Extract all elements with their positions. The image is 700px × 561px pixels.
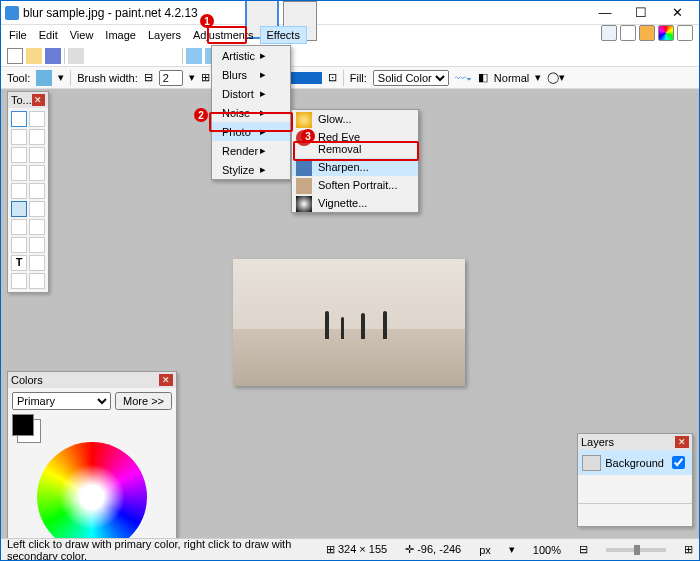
tool-ellipse-select[interactable] <box>29 129 45 145</box>
menu-view[interactable]: View <box>64 27 100 43</box>
deselect-icon[interactable] <box>163 48 179 64</box>
brush-width-input[interactable] <box>159 70 183 86</box>
annotation-num-3: 3 <box>301 129 315 143</box>
paste-icon[interactable] <box>125 48 141 64</box>
zoom-slider[interactable] <box>606 548 666 552</box>
effects-item-blurs[interactable]: Blurs▸ <box>212 65 290 84</box>
layer-props-icon[interactable] <box>676 507 689 523</box>
layer-up-icon[interactable] <box>644 507 657 523</box>
tool-text[interactable]: T <box>11 255 27 271</box>
layer-dup-icon[interactable] <box>613 507 626 523</box>
layer-visible-checkbox[interactable] <box>672 456 685 469</box>
effects-item-render[interactable]: Render▸ <box>212 141 290 160</box>
tool-selector[interactable] <box>36 70 52 86</box>
brush-dec[interactable]: ⊟ <box>144 71 153 84</box>
tool-options-bar: Tool: ▾ Brush width: ⊟ ▾ ⊞ Hardn ⊡ Fill:… <box>1 67 699 89</box>
tool-paintbucket[interactable] <box>29 183 45 199</box>
crop-icon[interactable] <box>144 48 160 64</box>
photo-item-vignette[interactable]: Vignette... <box>292 194 418 212</box>
tool-rect-select[interactable] <box>11 111 27 127</box>
layer-down-icon[interactable] <box>660 507 673 523</box>
colors-primary-select[interactable]: Primary <box>12 392 111 410</box>
soften-icon <box>296 178 312 194</box>
tool-eraser[interactable] <box>29 201 45 217</box>
tool-clone[interactable] <box>11 237 27 253</box>
effects-item-distort[interactable]: Distort▸ <box>212 84 290 103</box>
zoom-in-icon[interactable]: ⊞ <box>684 543 693 556</box>
cut-icon[interactable] <box>87 48 103 64</box>
close-button[interactable]: ✕ <box>659 2 695 24</box>
save-icon[interactable] <box>45 48 61 64</box>
zoom-out-icon[interactable]: ⊟ <box>579 543 588 556</box>
tool-wand[interactable] <box>11 183 27 199</box>
effects-item-stylize[interactable]: Stylize▸ <box>212 160 290 179</box>
menu-edit[interactable]: Edit <box>33 27 64 43</box>
menu-image[interactable]: Image <box>99 27 142 43</box>
layer-thumb <box>582 455 601 471</box>
tool-zoom[interactable] <box>11 147 27 163</box>
tool-paintbrush[interactable] <box>11 201 27 217</box>
layer-delete-icon[interactable] <box>597 507 610 523</box>
tool-line[interactable] <box>29 255 45 271</box>
effects-dropdown: Artistic▸ Blurs▸ Distort▸ Noise▸ Photo▸ … <box>211 45 291 180</box>
fill-select[interactable]: Solid Color <box>373 70 449 86</box>
status-cursor: ✛ -96, -246 <box>405 543 461 556</box>
menu-adjustments[interactable]: Adjustments <box>187 27 260 43</box>
effects-item-photo[interactable]: Photo▸ <box>212 122 290 141</box>
annotation-num-1: 1 <box>200 14 214 28</box>
tool-rect[interactable] <box>29 273 45 289</box>
brush-inc[interactable]: ⊞ <box>201 71 210 84</box>
menu-layers[interactable]: Layers <box>142 27 187 43</box>
effects-item-artistic[interactable]: Artistic▸ <box>212 46 290 65</box>
menu-effects[interactable]: Effects <box>260 26 307 44</box>
blend-mode[interactable]: Normal <box>494 72 529 84</box>
util-arrow-icon[interactable] <box>601 25 617 41</box>
aa-toggle[interactable]: ⊡ <box>328 71 337 84</box>
tool-pan[interactable] <box>29 147 45 163</box>
status-units[interactable]: px <box>479 544 491 556</box>
photo-item-glow[interactable]: Glow... <box>292 110 418 128</box>
tool-lasso[interactable] <box>29 111 45 127</box>
tool-pencil[interactable] <box>11 219 27 235</box>
tool-move[interactable] <box>11 129 27 145</box>
new-icon[interactable] <box>7 48 23 64</box>
open-icon[interactable] <box>26 48 42 64</box>
tool-colorpicker[interactable] <box>29 219 45 235</box>
minimize-button[interactable]: — <box>587 2 623 24</box>
color-fg-bg[interactable] <box>12 414 34 436</box>
photo-item-sharpen[interactable]: Sharpen... <box>292 158 418 176</box>
tools-window[interactable]: To...✕ T <box>7 91 49 293</box>
maximize-button[interactable]: ☐ <box>623 2 659 24</box>
util-settings-icon[interactable] <box>677 25 693 41</box>
copy-icon[interactable] <box>106 48 122 64</box>
util-colors-icon[interactable] <box>658 25 674 41</box>
colors-more-button[interactable]: More >> <box>115 392 172 410</box>
layers-close-icon[interactable]: ✕ <box>675 436 689 448</box>
status-zoom[interactable]: 100% <box>533 544 561 556</box>
menu-file[interactable]: File <box>3 27 33 43</box>
layer-merge-icon[interactable] <box>629 507 642 523</box>
tool-gradient[interactable] <box>29 165 45 181</box>
tool-fill[interactable] <box>11 165 27 181</box>
effects-item-noise[interactable]: Noise▸ <box>212 103 290 122</box>
statusbar: Left click to draw with primary color, r… <box>1 538 699 560</box>
tool-shapes[interactable] <box>11 273 27 289</box>
style-icon[interactable]: 〰▾ <box>455 72 472 84</box>
glow-icon <box>296 112 312 128</box>
more-icon[interactable]: ◯▾ <box>547 71 565 84</box>
print-icon[interactable] <box>68 48 84 64</box>
util-history-icon[interactable] <box>620 25 636 41</box>
layer-add-icon[interactable] <box>581 507 594 523</box>
document-image[interactable] <box>233 259 465 386</box>
color-wheel[interactable] <box>37 442 147 552</box>
colors-close-icon[interactable]: ✕ <box>159 374 173 386</box>
tool-recolor[interactable] <box>29 237 45 253</box>
layers-window[interactable]: Layers✕ Background <box>577 433 693 527</box>
tools-close-icon[interactable]: ✕ <box>32 94 45 106</box>
colors-window[interactable]: Colors✕ Primary More >> <box>7 371 177 561</box>
undo-icon[interactable] <box>186 48 202 64</box>
photo-item-soften[interactable]: Soften Portrait... <box>292 176 418 194</box>
blend-icon[interactable]: ◧ <box>478 71 488 84</box>
layer-row-background[interactable]: Background <box>578 450 692 475</box>
util-layers-icon[interactable] <box>639 25 655 41</box>
